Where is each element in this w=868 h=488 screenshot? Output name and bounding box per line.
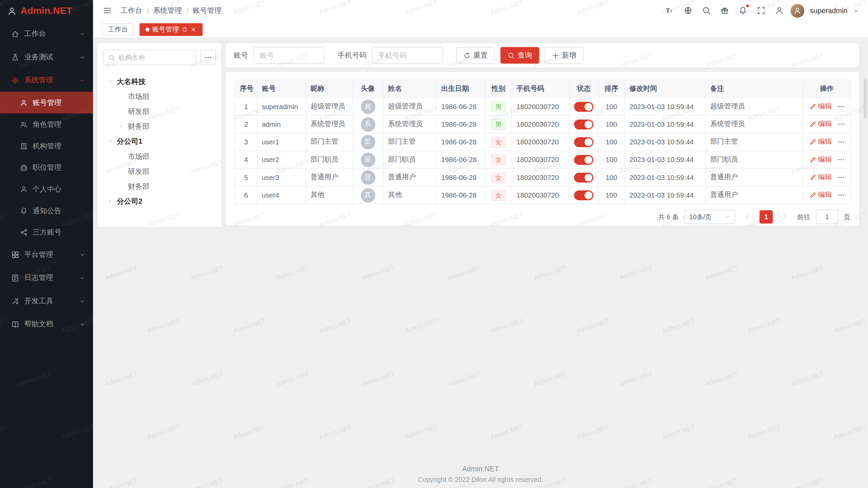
avatar[interactable] (791, 4, 805, 18)
tree-caret-icon[interactable] (117, 122, 125, 130)
sidebar-item-business-test[interactable]: 业务测试 (0, 45, 93, 69)
tree-node[interactable]: 研发部 (103, 104, 216, 119)
notification-icon[interactable] (737, 5, 749, 16)
sidebar-item-log-mgmt[interactable]: 日志管理 (0, 266, 93, 289)
tab-workbench[interactable]: 工作台 (102, 23, 134, 36)
cell-phone: 18020030720 (512, 133, 569, 151)
tree-node[interactable]: 财务部 (103, 119, 216, 134)
table-row: 1superadmin超级管理员超超级管理员1986-06-28男1802003… (235, 98, 851, 115)
org-search-input[interactable] (118, 54, 191, 61)
status-toggle[interactable] (574, 172, 593, 182)
scrollbar-thumb[interactable] (864, 79, 867, 119)
close-icon[interactable] (191, 26, 197, 33)
font-size-icon[interactable]: Tt (664, 5, 675, 16)
edit-button[interactable]: 编辑 (809, 155, 832, 164)
username[interactable]: superadmin (810, 6, 848, 15)
sidebar-item-third-party-account[interactable]: 三方账号 (0, 221, 93, 243)
sidebar-item-dev-tools[interactable]: 开发工具 (0, 289, 93, 313)
table-row: 3user1部门主管部部门主管1986-06-28女18020030720100… (235, 133, 851, 151)
plus-icon (552, 52, 559, 59)
status-toggle[interactable] (574, 102, 593, 111)
sidebar-item-position-mgmt[interactable]: 职位管理 (0, 157, 93, 178)
cell-gender: 女 (485, 151, 512, 168)
row-more-button[interactable] (837, 174, 844, 181)
edit-button[interactable]: 编辑 (809, 102, 832, 111)
tab-account-mgmt[interactable]: 账号管理 (139, 23, 202, 36)
tree-node[interactable]: 市场部 (103, 89, 216, 104)
sidebar-item-help-docs[interactable]: 帮助文档 (0, 312, 93, 336)
cell-nickname: 部门职员 (306, 151, 352, 168)
tree-caret-icon[interactable] (106, 197, 114, 205)
cell-remark: 系统管理员 (706, 115, 803, 133)
sidebar-item-platform-mgmt[interactable]: 平台管理 (0, 243, 93, 266)
cell-remark: 普通用户 (706, 186, 803, 204)
account-input[interactable] (254, 47, 324, 64)
column-header: 备注 (706, 80, 803, 98)
row-more-button[interactable] (837, 103, 844, 110)
sidebar-item-notice[interactable]: 通知公告 (0, 200, 93, 221)
row-more-button[interactable] (837, 138, 844, 145)
cell-account: admin (257, 115, 306, 133)
cell-no: 4 (235, 151, 257, 168)
next-page-button[interactable] (778, 210, 792, 223)
breadcrumb-item[interactable]: 工作台 (121, 5, 142, 15)
globe-icon[interactable] (683, 5, 694, 16)
logo[interactable]: Admin.NET (0, 0, 93, 22)
cell-status (569, 98, 598, 115)
sidebar-item-role-mgmt[interactable]: 角色管理 (0, 114, 93, 135)
goto-page-input[interactable] (816, 210, 838, 224)
row-more-button[interactable] (837, 191, 844, 198)
hamburger-icon[interactable] (102, 5, 113, 16)
search-icon[interactable] (701, 5, 712, 16)
edit-button[interactable]: 编辑 (809, 172, 832, 182)
status-toggle[interactable] (574, 155, 593, 164)
column-header: 姓名 (383, 80, 437, 98)
org-more-button[interactable] (200, 50, 216, 65)
column-header: 性别 (485, 80, 512, 98)
breadcrumb-item[interactable]: 账号管理 (193, 5, 222, 15)
edit-button[interactable]: 编辑 (809, 137, 832, 146)
profile-icon[interactable] (774, 5, 785, 16)
sidebar-item-workbench[interactable]: 工作台 (0, 22, 93, 45)
row-more-button[interactable] (837, 156, 844, 163)
user-avatar: 部 (361, 152, 375, 167)
tree-caret-icon[interactable] (106, 137, 114, 145)
breadcrumb-item[interactable]: 系统管理 (153, 5, 182, 15)
fullscreen-icon[interactable] (756, 5, 767, 16)
reset-button[interactable]: 重置 (456, 47, 495, 64)
theme-icon[interactable] (719, 5, 730, 16)
row-more-button[interactable] (837, 120, 844, 127)
cell-gender: 女 (485, 186, 512, 204)
refresh-icon[interactable] (182, 26, 188, 33)
tree-node[interactable]: 研发部 (103, 164, 216, 179)
tree-caret-icon[interactable] (106, 78, 114, 86)
sidebar-item-system-mgmt[interactable]: 系统管理 (0, 68, 93, 92)
cell-avatar: 普 (352, 168, 383, 186)
tree-node[interactable]: 大名科技 (103, 74, 216, 89)
sidebar-item-account-mgmt[interactable]: 账号管理 (0, 92, 93, 114)
phone-label: 手机号码 (338, 50, 367, 60)
log-icon (11, 273, 19, 282)
add-button[interactable]: 新增 (545, 47, 584, 64)
book-icon (11, 320, 19, 328)
sidebar-item-personal-center[interactable]: 个人中心 (0, 178, 93, 200)
status-toggle[interactable] (574, 190, 593, 200)
prev-page-button[interactable] (741, 210, 754, 223)
tree-node[interactable]: 分公司1 (103, 134, 216, 149)
edit-button[interactable]: 编辑 (809, 119, 832, 129)
column-header: 状态 (569, 80, 598, 98)
sidebar-item-org-mgmt[interactable]: 机构管理 (0, 135, 93, 157)
status-toggle[interactable] (574, 137, 593, 147)
cell-account: user2 (257, 151, 306, 168)
tree-node[interactable]: 分公司2 (103, 194, 216, 208)
search-button[interactable]: 查询 (500, 47, 539, 64)
page-number[interactable]: 1 (760, 210, 773, 223)
tree-node[interactable]: 市场部 (103, 149, 216, 164)
cell-phone: 18020030720 (512, 151, 569, 168)
page-size-select[interactable]: 10条/页 (684, 210, 735, 224)
status-toggle[interactable] (574, 119, 593, 129)
edit-button[interactable]: 编辑 (809, 190, 832, 200)
tree-node[interactable]: 财务部 (103, 179, 216, 194)
phone-input[interactable] (372, 47, 443, 64)
cell-status (569, 168, 598, 186)
